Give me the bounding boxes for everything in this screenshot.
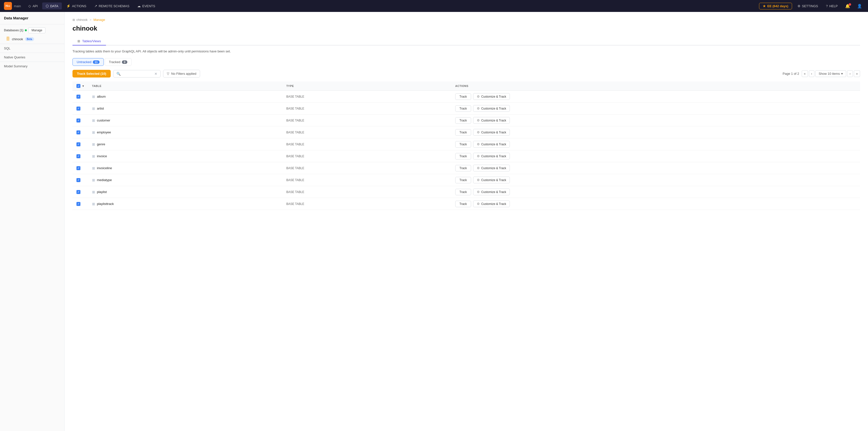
last-page-button[interactable]: » bbox=[854, 70, 860, 77]
nav-api[interactable]: ◇ API bbox=[25, 2, 41, 9]
databases-label: Databases (1) Manage bbox=[4, 27, 60, 33]
breadcrumb: ⊞ chinook > Manage bbox=[72, 18, 860, 22]
track-button-1[interactable]: Track bbox=[455, 105, 471, 112]
type-badge: BASE TABLE bbox=[286, 107, 304, 110]
sidebar-item-native-queries[interactable]: Native Queries bbox=[0, 53, 64, 62]
table-row: ⊞ invoice BASE TABLE Track ⚙ Customize &… bbox=[72, 150, 860, 162]
search-input[interactable] bbox=[123, 72, 152, 76]
table-grid-icon: ⊞ bbox=[92, 178, 95, 182]
logo-main-label: main bbox=[14, 4, 21, 8]
tab-tables-views[interactable]: ⊞ Tables/Views bbox=[72, 37, 106, 46]
logo[interactable]: HEE main bbox=[4, 2, 21, 10]
customize-track-button-4[interactable]: ⚙ Customize & Track bbox=[473, 141, 510, 148]
customize-track-label: Customize & Track bbox=[481, 202, 506, 206]
nav-actions[interactable]: ⚡ ACTIONS bbox=[63, 2, 90, 9]
customize-track-button-2[interactable]: ⚙ Customize & Track bbox=[473, 117, 510, 124]
track-button-9[interactable]: Track bbox=[455, 201, 471, 207]
row-checkbox-cell bbox=[72, 174, 88, 186]
track-button-0[interactable]: Track bbox=[455, 93, 471, 100]
customize-track-button-8[interactable]: ⚙ Customize & Track bbox=[473, 189, 510, 195]
row-actions: Track ⚙ Customize & Track bbox=[451, 162, 860, 174]
customize-track-label: Customize & Track bbox=[481, 143, 506, 146]
checkbox-dropdown-arrow[interactable]: ▾ bbox=[83, 84, 84, 88]
customize-track-button-5[interactable]: ⚙ Customize & Track bbox=[473, 153, 510, 160]
track-button-7[interactable]: Track bbox=[455, 177, 471, 183]
row-actions: Track ⚙ Customize & Track bbox=[451, 115, 860, 126]
track-selected-button[interactable]: Track Selected (10) bbox=[72, 70, 111, 78]
breadcrumb-parent[interactable]: ⊞ chinook bbox=[72, 18, 88, 22]
beta-badge: Beta bbox=[25, 37, 34, 41]
track-button-5[interactable]: Track bbox=[455, 153, 471, 160]
pagination-controls: « ‹ Show 10 items ▾ › » bbox=[802, 70, 860, 77]
row-checkbox-6[interactable] bbox=[76, 166, 81, 170]
track-button-2[interactable]: Track bbox=[455, 117, 471, 124]
star-icon: ★ bbox=[763, 4, 766, 8]
customize-track-button-7[interactable]: ⚙ Customize & Track bbox=[473, 177, 510, 183]
filter-button[interactable]: ▽ No Filters applied bbox=[163, 70, 200, 78]
customize-track-button-9[interactable]: ⚙ Customize & Track bbox=[473, 200, 510, 207]
sub-tab-tracked[interactable]: Tracked 0 bbox=[105, 58, 131, 66]
tab-tables-views-label: Tables/Views bbox=[82, 39, 101, 43]
col-header-table: TABLE bbox=[88, 82, 282, 91]
breadcrumb-separator: > bbox=[90, 18, 92, 22]
row-checkbox-4[interactable] bbox=[76, 142, 81, 146]
nav-events[interactable]: ☁ EVENTS bbox=[134, 2, 159, 9]
help-button[interactable]: ? HELP bbox=[824, 3, 840, 9]
table-grid-icon: ⊞ bbox=[92, 107, 95, 111]
type-badge: BASE TABLE bbox=[286, 202, 304, 206]
customize-track-button-0[interactable]: ⚙ Customize & Track bbox=[473, 93, 510, 100]
table-name-label: employee bbox=[97, 131, 111, 134]
row-checkbox-1[interactable] bbox=[76, 107, 81, 111]
row-checkbox-7[interactable] bbox=[76, 178, 81, 182]
next-page-button[interactable]: › bbox=[847, 70, 852, 77]
table-name-label: album bbox=[97, 95, 106, 98]
customize-track-label: Customize & Track bbox=[481, 154, 506, 158]
row-checkbox-2[interactable] bbox=[76, 118, 81, 122]
first-page-button[interactable]: « bbox=[802, 70, 808, 77]
track-button-4[interactable]: Track bbox=[455, 141, 471, 148]
sub-tabs: Untracked 11 Tracked 0 bbox=[72, 58, 860, 66]
track-button-8[interactable]: Track bbox=[455, 189, 471, 195]
pagination-info: Page 1 of 2 bbox=[783, 72, 799, 76]
row-type: BASE TABLE bbox=[282, 126, 451, 138]
table-name-label: playlist bbox=[97, 190, 107, 194]
customize-track-button-3[interactable]: ⚙ Customize & Track bbox=[473, 129, 510, 136]
settings-button[interactable]: ⚙ SETTINGS bbox=[795, 3, 820, 9]
sub-tab-untracked[interactable]: Untracked 11 bbox=[72, 58, 104, 66]
ee-badge[interactable]: ★ EE (642 days) bbox=[759, 3, 792, 9]
row-checkbox-8[interactable] bbox=[76, 190, 81, 194]
row-table-name: ⊞ playlist bbox=[88, 186, 282, 198]
hint-text: Tracking tables adds them to your GraphQ… bbox=[72, 50, 860, 53]
row-checkbox-3[interactable] bbox=[76, 131, 81, 135]
manage-button[interactable]: Manage bbox=[28, 27, 45, 33]
row-checkbox-cell bbox=[72, 150, 88, 162]
prev-page-button[interactable]: ‹ bbox=[809, 70, 814, 77]
nav-data[interactable]: ⬡ DATA bbox=[42, 2, 62, 9]
select-all-checkbox[interactable] bbox=[76, 84, 81, 88]
customize-track-button-6[interactable]: ⚙ Customize & Track bbox=[473, 165, 510, 171]
sidebar-item-sql[interactable]: SQL bbox=[0, 44, 64, 53]
row-checkbox-0[interactable] bbox=[76, 95, 81, 98]
settings-label: SETTINGS bbox=[802, 4, 818, 8]
nav-remote-schemas[interactable]: ↗ REMOTE SCHEMAS bbox=[91, 2, 133, 9]
sidebar-item-model-summary[interactable]: Model Summary bbox=[0, 62, 64, 70]
db-chinook[interactable]: 🗄 chinook Beta bbox=[4, 35, 60, 43]
customize-track-button-1[interactable]: ⚙ Customize & Track bbox=[473, 105, 510, 112]
row-table-name: ⊞ customer bbox=[88, 115, 282, 126]
row-type: BASE TABLE bbox=[282, 150, 451, 162]
notifications-button[interactable]: 🔔 bbox=[843, 2, 852, 10]
track-button-3[interactable]: Track bbox=[455, 129, 471, 136]
row-checkbox-5[interactable] bbox=[76, 154, 81, 158]
row-checkbox-9[interactable] bbox=[76, 202, 81, 206]
type-badge: BASE TABLE bbox=[286, 167, 304, 170]
search-clear-icon[interactable]: ✕ bbox=[154, 72, 157, 76]
track-button-6[interactable]: Track bbox=[455, 165, 471, 171]
row-type: BASE TABLE bbox=[282, 115, 451, 126]
gear-icon: ⚙ bbox=[477, 118, 480, 122]
row-checkbox-cell bbox=[72, 198, 88, 210]
show-items-dropdown[interactable]: Show 10 items ▾ bbox=[815, 70, 846, 77]
table-row: ⊞ genre BASE TABLE Track ⚙ Customize & T… bbox=[72, 138, 860, 150]
user-button[interactable]: 👤 bbox=[855, 2, 864, 10]
nav-data-label: DATA bbox=[50, 4, 58, 8]
col-header-type: TYPE bbox=[282, 82, 451, 91]
